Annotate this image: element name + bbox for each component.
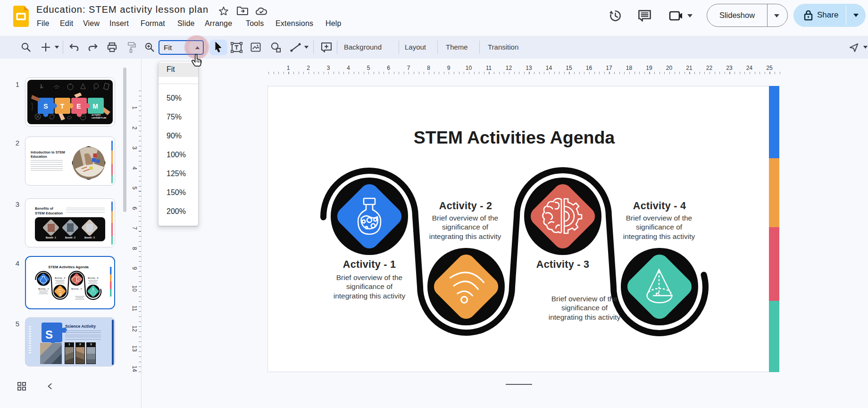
svg-text:ACTIVITY: ACTIVITY	[92, 114, 101, 116]
svg-text:STEM Activities Agenda: STEM Activities Agenda	[48, 265, 89, 269]
svg-text:LESSON PLAN: LESSON PLAN	[92, 117, 106, 119]
svg-text:Activity - 1: Activity - 1	[38, 288, 49, 290]
svg-text:S: S	[45, 328, 53, 341]
svg-text:M: M	[92, 102, 98, 110]
svg-text:T: T	[60, 102, 65, 110]
svg-text:Benefit - 2: Benefit - 2	[65, 237, 75, 239]
svg-text:S: S	[43, 102, 48, 110]
svg-text:Activity - 2: Activity - 2	[55, 277, 66, 279]
svg-text:Benefit - 3: Benefit - 3	[84, 237, 95, 239]
svg-text:Benefit - 1: Benefit - 1	[46, 237, 56, 239]
svg-text:Activity - 4: Activity - 4	[88, 277, 99, 279]
svg-text:E: E	[76, 102, 81, 110]
svg-text:Activity - 3: Activity - 3	[71, 288, 82, 290]
